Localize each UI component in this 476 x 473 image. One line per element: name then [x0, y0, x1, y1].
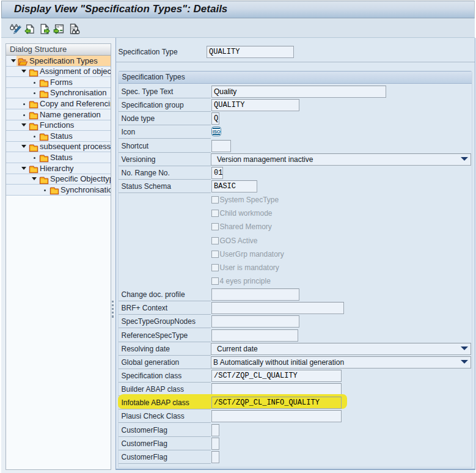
- svg-text:ISO: ISO: [213, 129, 221, 134]
